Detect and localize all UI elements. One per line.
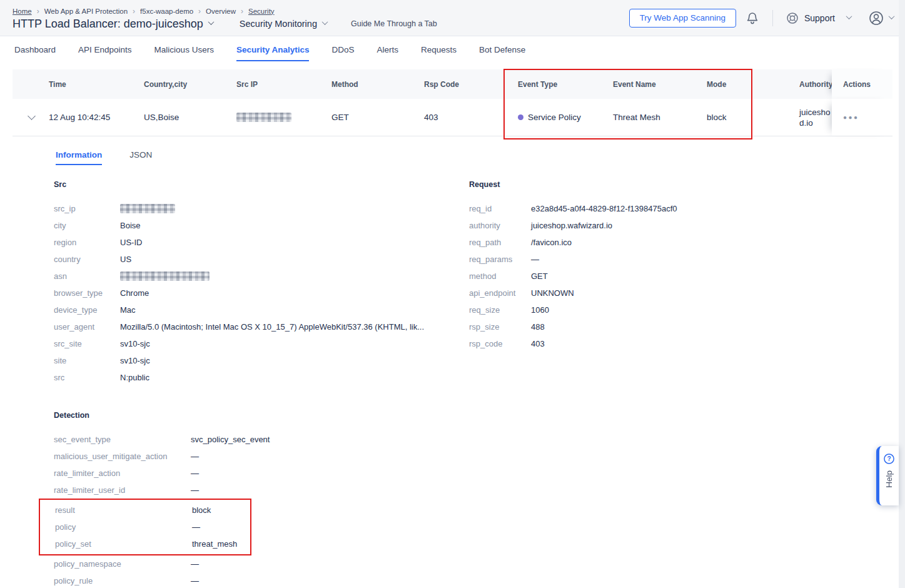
- field-value: —: [191, 485, 199, 495]
- main-tab[interactable]: Bot Defense: [479, 45, 525, 61]
- title-row: HTTP Load Balancer: demo-juiceshop Secur…: [13, 18, 437, 31]
- detection-rows-top: sec_event_type svc_policy_sec_event mali…: [54, 431, 905, 499]
- breadcrumb-label[interactable]: Web App & API Protection: [44, 8, 128, 15]
- support-label: Support: [804, 13, 835, 23]
- row-actions-cell: ●●●: [832, 99, 892, 136]
- svg-text:?: ?: [887, 455, 891, 462]
- breadcrumb-item[interactable]: Web App & API Protection ›: [44, 7, 140, 16]
- field-value: svc_policy_sec_event: [191, 435, 270, 444]
- field-value: UNKNOWN: [531, 288, 574, 298]
- help-button[interactable]: ? Help: [876, 446, 899, 505]
- detection-section: Detection sec_event_type svc_policy_sec_…: [54, 411, 905, 588]
- col-header-src-ip: Src IP: [231, 69, 326, 99]
- try-web-app-scanning-button[interactable]: Try Web App Scanning: [629, 9, 736, 28]
- detail-tab[interactable]: Information: [56, 150, 102, 165]
- col-header-mode: Mode: [702, 69, 794, 99]
- key-value-row: rsp_code 403: [469, 335, 905, 352]
- field-key: policy: [55, 522, 192, 532]
- red-annotation-box-detection: result block policy — policy_set threat_…: [39, 499, 251, 555]
- breadcrumb-item[interactable]: f5xc-waap-demo ›: [140, 7, 206, 16]
- breadcrumb-item[interactable]: Security ›: [248, 8, 275, 15]
- col-header-event-name: Event Name: [608, 69, 702, 99]
- help-label: Help: [884, 470, 894, 488]
- title-chevron-down-icon[interactable]: [208, 19, 214, 25]
- col-header-event-type: Event Type: [513, 69, 608, 99]
- key-value-row: policy_rule —: [54, 572, 905, 588]
- event-detail-panel: Information JSON Src src_ip city: [0, 136, 905, 588]
- expand-column-header: [13, 69, 44, 99]
- col-header-authority: Authority: [794, 69, 832, 99]
- support-lifebuoy-icon: [786, 11, 799, 25]
- key-value-row: city Boise: [54, 217, 469, 234]
- col-header-country-city: Country,city: [139, 69, 231, 99]
- field-value: —: [192, 522, 200, 532]
- src-section: Src src_ip city Boise: [54, 180, 469, 386]
- main-tab[interactable]: API Endpoints: [78, 45, 132, 61]
- key-value-row: region US-ID: [54, 234, 469, 251]
- field-key: site: [54, 356, 120, 365]
- account-menu[interactable]: [867, 9, 894, 27]
- breadcrumb-label[interactable]: Security: [248, 8, 275, 15]
- field-value: sv10-sjc: [120, 339, 150, 348]
- field-key: api_endpoint: [469, 288, 531, 298]
- breadcrumb-label[interactable]: f5xc-waap-demo: [140, 8, 193, 15]
- field-value: US-ID: [120, 238, 142, 247]
- field-key: rsp_code: [469, 339, 531, 348]
- support-menu[interactable]: Support: [786, 11, 851, 25]
- topbar-left: Home › Web App & API Protection › f5xc-w…: [13, 6, 437, 31]
- main-tab[interactable]: Alerts: [377, 45, 398, 61]
- main-tab[interactable]: Security Analytics: [236, 45, 310, 61]
- main-tab[interactable]: Requests: [421, 45, 457, 61]
- field-key: policy_namespace: [54, 559, 191, 569]
- main-tab[interactable]: Dashboard: [14, 45, 56, 61]
- field-value: —: [531, 255, 539, 264]
- field-value: threat_mesh: [192, 539, 237, 549]
- key-value-row: method GET: [469, 268, 905, 285]
- key-value-row: rate_limiter_action —: [54, 465, 905, 482]
- guide-me-link[interactable]: Guide Me Through a Tab: [351, 19, 437, 28]
- key-value-row: rsp_size 488: [469, 318, 905, 335]
- key-value-row: src_site sv10-sjc: [54, 335, 469, 352]
- field-key: rate_limiter_user_id: [54, 485, 191, 495]
- chevron-down-icon: [846, 13, 852, 19]
- question-circle-icon: ?: [884, 454, 894, 464]
- security-monitoring-label: Security Monitoring: [240, 19, 317, 29]
- row-expand-cell: [13, 99, 44, 136]
- row-actions-ellipsis-icon[interactable]: ●●●: [843, 114, 859, 121]
- topbar-divider: [772, 10, 773, 26]
- breadcrumb-item[interactable]: Home ›: [13, 7, 44, 16]
- breadcrumb-item[interactable]: Overview ›: [206, 7, 248, 16]
- field-key: req_id: [469, 204, 531, 213]
- table-row[interactable]: 12 Aug 10:42:45 US,Boise GET 403 Service…: [13, 99, 892, 136]
- breadcrumb-label[interactable]: Home: [13, 8, 32, 15]
- request-section: Request req_id e32a8d45-a0f4-4829-8f12-f…: [469, 180, 905, 386]
- main-tab[interactable]: Malicious Users: [154, 45, 214, 61]
- col-header-actions: Actions: [832, 69, 892, 99]
- breadcrumb: Home › Web App & API Protection › f5xc-w…: [13, 7, 437, 16]
- key-value-row: src N:public: [54, 369, 469, 386]
- breadcrumb-label[interactable]: Overview: [206, 8, 236, 15]
- field-value: [120, 204, 175, 213]
- detail-tab[interactable]: JSON: [129, 150, 152, 165]
- row-event-type: Service Policy: [513, 99, 608, 136]
- key-value-row: req_id e32a8d45-a0f4-4829-8f12-f1398475a…: [469, 200, 905, 217]
- key-value-row: malicious_user_mitigate_action —: [54, 448, 905, 465]
- field-key: sec_event_type: [54, 435, 191, 444]
- row-authority: juicesho d.io: [794, 99, 832, 136]
- field-value: 488: [531, 322, 545, 332]
- field-key: result: [55, 505, 192, 515]
- row-expand-chevron-icon[interactable]: [28, 112, 36, 120]
- main-tab[interactable]: DDoS: [331, 45, 354, 61]
- key-value-row: req_params —: [469, 251, 905, 268]
- field-key: asn: [54, 271, 120, 281]
- field-value: N:public: [120, 373, 149, 382]
- security-monitoring-dropdown[interactable]: Security Monitoring: [240, 19, 327, 29]
- key-value-row: api_endpoint UNKNOWN: [469, 285, 905, 302]
- field-key: req_size: [469, 305, 531, 315]
- field-key: authority: [469, 221, 531, 230]
- scrollbar-gutter[interactable]: [899, 0, 905, 588]
- detail-tab-bar: Information JSON: [56, 150, 905, 165]
- key-value-row: browser_type Chrome: [54, 285, 469, 302]
- field-value: US: [120, 255, 131, 264]
- notification-bell-icon[interactable]: [745, 11, 760, 26]
